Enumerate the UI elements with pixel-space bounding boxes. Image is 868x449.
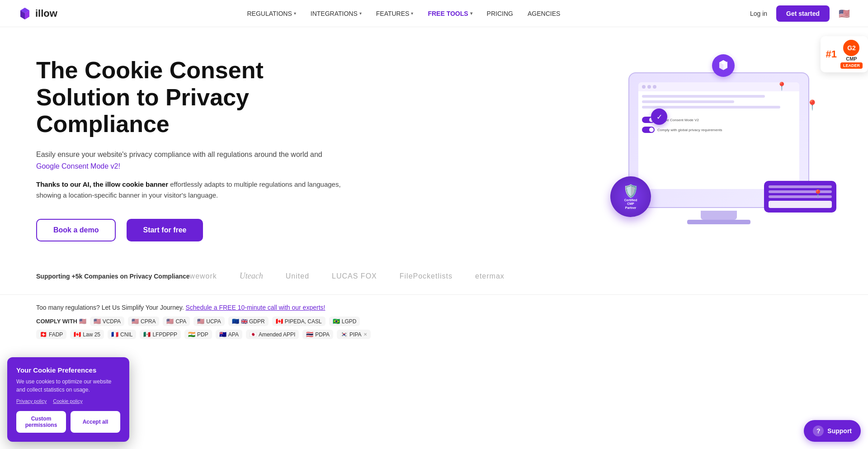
hero-section: #1 G2 CMP LEADER The Cookie Consent Solu…	[0, 27, 868, 262]
reg-pipa[interactable]: 🇰🇷PIPA ✕	[337, 330, 370, 339]
laptop-screen: Google Consent Mode V2 Comply with globa…	[638, 82, 799, 189]
float-card	[764, 181, 836, 213]
start-free-button[interactable]: Start for free	[127, 219, 203, 241]
reg-gdpr[interactable]: 🇪🇺🇬🇧 GDPR	[228, 317, 269, 326]
nav-features[interactable]: FEATURES ▾	[376, 10, 414, 17]
g2-logo: G2 CMP LEADER	[840, 40, 863, 69]
nav-agencies[interactable]: AGENCIES	[528, 10, 560, 17]
reg-cpra[interactable]: 🇺🇸CPRA	[128, 317, 159, 326]
brand-logos: wework Uteach United LUCAS FOX FilePocke…	[190, 271, 832, 281]
nav-integrations[interactable]: INTEGRATIONS ▾	[311, 10, 362, 17]
book-demo-button[interactable]: Book a demo	[36, 219, 116, 241]
supporters-label: Supporting +5k Companies on Privacy Comp…	[36, 273, 190, 280]
reg-lfpdppp[interactable]: 🇲🇽LFPDPPP	[140, 330, 181, 339]
reg-amended-appi[interactable]: 🇯🇵Amended APPI	[246, 330, 299, 339]
hero-illustration: Google Consent Mode V2 Comply with globa…	[615, 54, 832, 244]
map-pin-teal: 📍	[777, 81, 787, 91]
brand-lucasfox: LUCAS FOX	[332, 272, 377, 280]
brand-filepocketlists: FilePocketlists	[400, 272, 453, 280]
reg-apa[interactable]: 🇦🇺APA	[216, 330, 242, 339]
comply-label: COMPLY WITH 🇺🇸	[36, 318, 86, 325]
schedule-call-link[interactable]: Schedule a FREE 10-minute call with our …	[185, 304, 325, 311]
banner-section: Too many regulations? Let Us Simplify Yo…	[0, 295, 868, 352]
comply-row: COMPLY WITH 🇺🇸 🇺🇸VCDPA 🇺🇸CPRA 🇺🇸CPA 🇺🇸UC…	[36, 317, 832, 326]
chevron-down-icon: ▾	[359, 11, 362, 16]
reg-cnil[interactable]: 🇫🇷CNIL	[108, 330, 136, 339]
reg-pdpa[interactable]: 🇹🇭PDPA	[302, 330, 333, 339]
partner-check-icon: ✓	[651, 109, 667, 125]
supporters-section: Supporting +5k Companies on Privacy Comp…	[0, 262, 868, 295]
hero-left: The Cookie Consent Solution to Privacy C…	[36, 57, 362, 242]
nav-pricing[interactable]: PRICING	[487, 10, 513, 17]
login-link[interactable]: Log in	[750, 10, 767, 17]
reg-pdp[interactable]: 🇮🇳PDP	[184, 330, 212, 339]
logo-text: illow	[35, 8, 57, 19]
brand-uteach: Uteach	[240, 271, 263, 281]
reg-cpa[interactable]: 🇺🇸CPA	[163, 317, 190, 326]
hero-subtitle: Easily ensure your website's privacy com…	[36, 149, 344, 172]
illow-logo-float	[712, 54, 735, 77]
get-started-button[interactable]: Get started	[776, 5, 830, 22]
nav-free-tools[interactable]: FREE TOOLS ▾	[428, 10, 472, 17]
chevron-down-icon: ▾	[294, 11, 296, 16]
banner-top-text: Too many regulations? Let Us Simplify Yo…	[36, 304, 832, 311]
map-pin-purple: 📍	[806, 99, 818, 111]
brand-wework: wework	[190, 272, 217, 280]
nav-right: Log in Get started 🇺🇸	[750, 5, 850, 22]
chevron-down-icon: ▾	[411, 11, 413, 16]
reg-lgpd[interactable]: 🇧🇷LGPD	[329, 317, 360, 326]
hero-buttons: Book a demo Start for free	[36, 219, 362, 241]
reg-law25[interactable]: 🇨🇦Law 25	[70, 330, 104, 339]
reg-ucpa[interactable]: 🇺🇸UCPA	[193, 317, 224, 326]
reg-vcdpa[interactable]: 🇺🇸VCDPA	[90, 317, 124, 326]
comply-row-2: 🇨🇭FADP 🇨🇦Law 25 🇫🇷CNIL 🇲🇽LFPDPPP 🇮🇳PDP 🇦…	[36, 330, 832, 339]
nav-links: REGULATIONS ▾ INTEGRATIONS ▾ FEATURES ▾ …	[247, 10, 560, 17]
brand-etermax: etermax	[475, 272, 505, 280]
hero-title: The Cookie Consent Solution to Privacy C…	[36, 57, 362, 138]
chevron-down-icon: ▾	[470, 11, 472, 16]
logo-icon	[18, 7, 32, 20]
gcm-link[interactable]: Google Consent Mode v2!	[36, 162, 120, 170]
certified-cmp-badge: 🛡️ CertifiedCMPPartner	[610, 176, 651, 217]
nav-regulations[interactable]: REGULATIONS ▾	[247, 10, 296, 17]
reg-fadp[interactable]: 🇨🇭FADP	[36, 330, 66, 339]
hero-desc: Thanks to our AI, the illow cookie banne…	[36, 179, 344, 201]
map-pin-yellow: 📍	[813, 189, 823, 199]
language-flag[interactable]: 🇺🇸	[839, 8, 850, 19]
reg-pipeda[interactable]: 🇨🇦PIPEDA, CASL	[272, 317, 326, 326]
logo-link[interactable]: illow	[18, 7, 57, 20]
brand-united: United	[286, 272, 309, 280]
navbar: illow REGULATIONS ▾ INTEGRATIONS ▾ FEATU…	[0, 0, 868, 27]
